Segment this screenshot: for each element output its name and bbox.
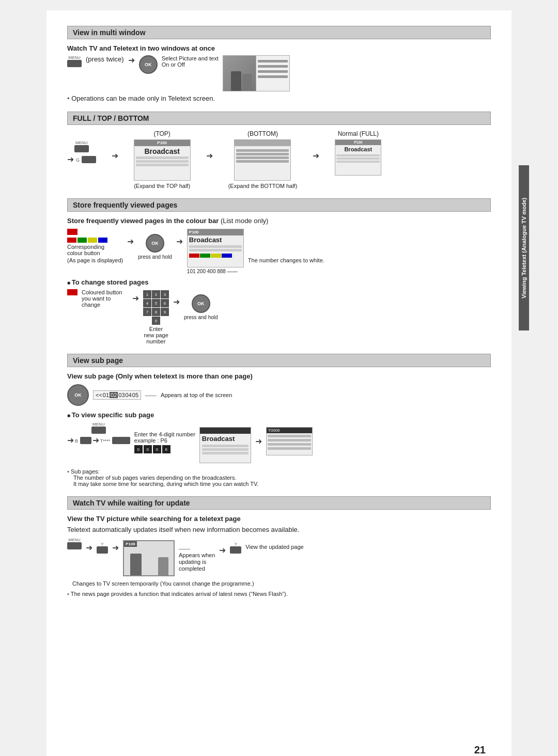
completed-label: completed [179, 565, 215, 572]
top-label: (TOP) [134, 130, 191, 137]
section-header-multi: View in multi window [67, 26, 491, 39]
arrow-icon-1: ➜ [128, 55, 135, 65]
sub-pages-notes: • Sub pages: The number of sub pages var… [67, 468, 491, 487]
arrow-sub3: ➜ [255, 436, 262, 446]
arrow-sub1: ➜ [67, 435, 74, 445]
section-title-sub: View sub page [73, 356, 123, 365]
coloured-btn-label: Coloured button you want to change [82, 289, 128, 308]
y-label-watch: Y [101, 542, 103, 546]
broadcast-normal: Broadcast [335, 145, 381, 153]
arrow-sub2: ➜ [92, 435, 99, 445]
section-view-multi: View in multi window Watch TV and Telete… [67, 26, 491, 102]
y-btn-watch[interactable] [97, 546, 108, 554]
arrow-icon-full3: ➜ [206, 151, 213, 161]
yellow-button[interactable] [88, 238, 97, 243]
number-changes-label: The number changes to white. [248, 257, 324, 263]
arrow-change1: ➜ [132, 293, 139, 303]
cb-green-store [200, 254, 210, 258]
number-label: number [146, 338, 165, 344]
arrow-icon-full2: ➜ [112, 151, 118, 161]
menu-label-watch: MENU [68, 538, 81, 542]
section-title-watch: Watch TV while waiting for update [73, 499, 190, 507]
arrow-watch2: ➜ [112, 543, 119, 553]
t0006-screen: T0006 [266, 427, 313, 455]
appears-when-label: Appears when [179, 552, 215, 558]
ok-button-change[interactable]: OK [192, 294, 210, 313]
expand-bottom-label: (Expand the BOTTOM half) [228, 183, 298, 189]
section-view-sub: View sub page View sub page (Only when t… [67, 354, 491, 487]
t-button[interactable] [112, 437, 130, 444]
appears-top-label: Appears at top of the screen [161, 392, 232, 398]
arrow-watch1: ➜ [86, 543, 92, 553]
top-screen: P100 Broadcast [134, 139, 191, 181]
section-header-sub: View sub page [67, 354, 491, 367]
side-label: Viewing Teletext (Analogue TV mode) [519, 165, 529, 330]
enter-4digit-label: Enter the 4-digit number [134, 431, 195, 437]
red-button[interactable] [67, 238, 76, 243]
broadcast-sub-text: Broadcast [200, 434, 251, 444]
section-store-pages: Store frequently viewed pages Store freq… [67, 198, 491, 344]
menu-label-multi: MENU [68, 55, 81, 60]
press-hold2-label: press and hold [184, 314, 218, 320]
sub-subtitle: View sub page (Only when teletext is mor… [67, 372, 491, 380]
y-btn-watch2[interactable] [230, 546, 241, 554]
subtitle-multi: Watch TV and Teletext in two windows at … [67, 44, 491, 52]
news-note: • The news page provides a function that… [67, 591, 491, 597]
broadcast-top: Broadcast [136, 147, 189, 155]
menu-btn-sub[interactable] [91, 427, 106, 434]
normal-full-screen: P100 Broadcast [335, 139, 381, 176]
change-pages-header: To change stored pages [67, 278, 491, 286]
green-button[interactable] [78, 238, 87, 243]
bottom-label: (BOTTOM) [228, 130, 298, 137]
sub-page-bar: << 01 02 03 04 05 [93, 390, 141, 400]
section-full-top-bottom: FULL / TOP / BOTTOM MENU ➜ G ➜ (TOP) [67, 112, 491, 189]
section-header-watch: Watch TV while waiting for update [67, 496, 491, 510]
press-twice-text: (press twice) [86, 55, 124, 63]
colour-bar [67, 238, 123, 243]
b-button[interactable] [80, 437, 91, 444]
menu-button-full[interactable] [74, 145, 89, 152]
multi-window-diagram [223, 55, 290, 91]
example-label: example : P6 [134, 437, 195, 444]
new-page-label: new page [144, 332, 168, 338]
store-subtitle: Store frequently viewed pages in the col… [67, 217, 491, 225]
as-page-label: (As page is displayed) [67, 257, 123, 263]
ok-button-multi[interactable]: OK [139, 55, 158, 74]
p108-badge: P108 [124, 541, 137, 547]
cb-red-store [189, 254, 199, 258]
g-button[interactable] [82, 156, 96, 163]
arrow-icon-full1: ➜ [67, 154, 74, 164]
menu-btn-watch[interactable] [67, 542, 82, 549]
digit-0-2: 0 [144, 445, 152, 453]
updating-is-label: updating is [179, 559, 215, 565]
main-page: Viewing Teletext (Analogue TV mode) View… [47, 10, 512, 756]
coloured-button-change [67, 289, 78, 295]
press-hold-label: press and hold [138, 254, 172, 260]
ok-button-store[interactable]: OK [146, 234, 164, 253]
arrow-watch3: ➜ [219, 545, 226, 555]
section-title-full: FULL / TOP / BOTTOM [73, 114, 149, 122]
num-bar-label: 101 200 400 888 —— [187, 269, 238, 274]
blue-button[interactable] [98, 238, 107, 243]
broadcast-sub-screen: Broadcast [199, 427, 251, 463]
section-title-multi: View in multi window [73, 28, 146, 37]
specific-sub-header: To view specific sub page [67, 411, 491, 419]
digit-0-1: 0 [134, 445, 143, 453]
expand-top-label: (Expand the TOP half) [134, 183, 191, 189]
colour-button-label: Corresponding colour button [67, 244, 109, 256]
broadcast-store: Broadcast [188, 235, 243, 244]
y-label2-watch: Y [235, 542, 237, 546]
menu-button-multi[interactable] [67, 60, 82, 67]
arrow-store1: ➜ [127, 237, 134, 246]
p100-top: P100 [157, 140, 167, 145]
ok-btn-sub[interactable]: OK [67, 384, 89, 406]
digit-6: 6 [162, 445, 171, 453]
store-screen: P100 Broadcast [187, 229, 244, 267]
operations-note: • Operations can be made only in Teletex… [67, 94, 491, 102]
section-watch-tv: Watch TV while waiting for update View t… [67, 496, 491, 597]
p100-normal: P100 [354, 140, 362, 144]
watch-subtitle: View the TV picture while searching for … [67, 515, 491, 523]
digit-0-3: 0 [153, 445, 161, 453]
section-header-full: FULL / TOP / BOTTOM [67, 112, 491, 125]
changes-note: Changes to TV screen temporarily (You ca… [72, 580, 491, 587]
